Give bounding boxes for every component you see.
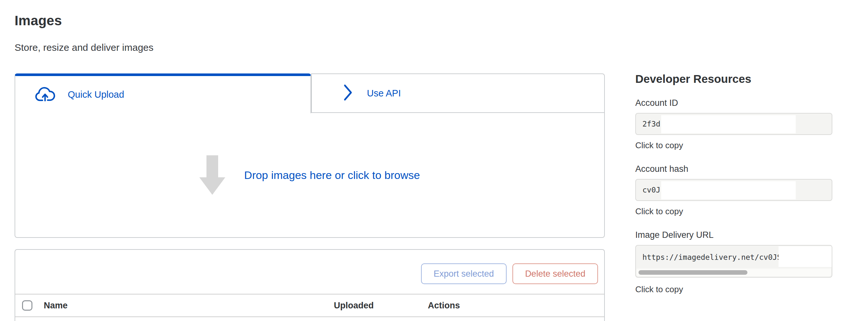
scrollbar-thumb[interactable] [639,270,747,275]
cloud-upload-icon [35,86,55,103]
column-header-uploaded: Uploaded [334,294,374,317]
redaction-overlay [661,115,796,133]
table-toolbar: Export selected Delete selected [421,263,598,284]
tab-use-api[interactable]: Use API [311,73,605,113]
column-header-actions: Actions [428,294,460,317]
account-hash-copy-hint: Click to copy [635,207,683,216]
image-delivery-url-copy-hint: Click to copy [635,284,683,294]
table-header-row: Name Uploaded Actions [15,294,604,317]
image-delivery-url-label: Image Delivery URL [635,230,714,240]
page-title: Images [14,13,62,29]
select-all-checkbox[interactable] [22,300,32,311]
tab-quick-upload-label: Quick Upload [68,89,124,100]
down-arrow-icon [199,155,225,195]
image-delivery-url-value: https://imagedelivery.net/cv0JS [643,253,781,261]
account-id-value-box[interactable]: 2f3d [635,113,832,135]
tab-quick-upload[interactable]: Quick Upload [14,73,311,113]
delete-selected-button[interactable]: Delete selected [513,263,598,284]
horizontal-scrollbar[interactable] [637,269,831,276]
account-hash-label: Account hash [635,164,688,174]
account-id-copy-hint: Click to copy [635,140,683,150]
export-selected-button[interactable]: Export selected [421,263,506,284]
column-header-name: Name [44,294,68,317]
image-dropzone[interactable]: Drop images here or click to browse [14,113,605,238]
redaction-overlay [661,181,796,199]
images-page: Images Store, resize and deliver images … [0,0,868,321]
page-subtitle: Store, resize and deliver images [14,42,154,53]
image-delivery-url-value-box[interactable]: https://imagedelivery.net/cv0JS [635,245,832,278]
tab-use-api-label: Use API [367,88,401,99]
account-id-label: Account ID [635,98,678,108]
images-table-panel: Export selected Delete selected Name Upl… [14,249,605,321]
developer-resources-title: Developer Resources [635,72,751,85]
account-id-value: 2f3d [643,120,660,128]
account-hash-value: cv0J [643,186,660,194]
upload-tabs: Quick Upload Use API [14,73,605,113]
account-hash-value-box[interactable]: cv0J [635,179,832,201]
divider [15,317,604,317]
dropzone-label: Drop images here or click to browse [244,169,420,182]
redaction-overlay [779,246,832,267]
chevron-right-icon [344,84,353,103]
